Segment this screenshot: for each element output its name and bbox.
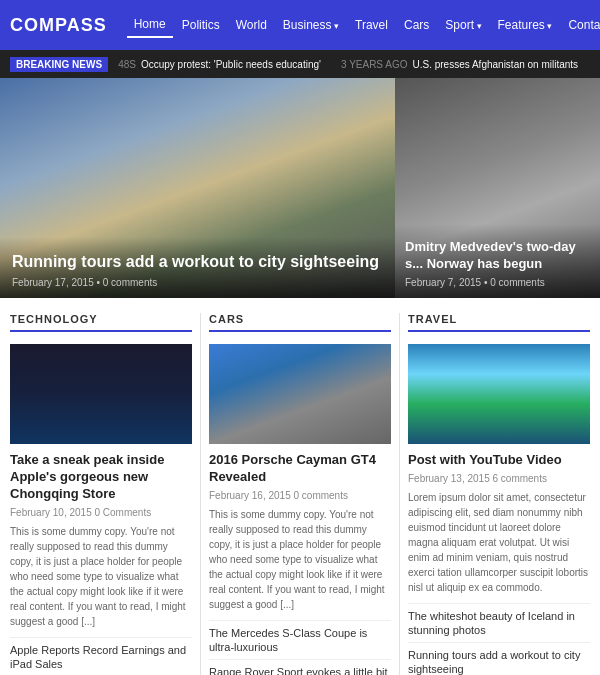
nav-item-home[interactable]: Home — [127, 12, 173, 38]
list-item[interactable]: The whiteshot beauty of Iceland in stunn… — [408, 603, 590, 642]
col-text-cars: This is some dummy copy. You're not real… — [209, 507, 391, 612]
col-links-cars: The Mercedes S-Class Coupe is ultra-luxu… — [209, 620, 391, 675]
nav-item-cars[interactable]: Cars — [397, 13, 436, 37]
nav-item-politics[interactable]: Politics — [175, 13, 227, 37]
col-links-technology: Apple Reports Record Earnings and iPad S… — [10, 637, 192, 675]
column-technology: TECHNOLOGYTake a sneak peak inside Apple… — [10, 313, 201, 675]
col-meta-travel: February 13, 2015 6 comments — [408, 473, 590, 484]
col-links-travel: The whiteshot beauty of Iceland in stunn… — [408, 603, 590, 675]
hero-main-overlay: Running tours add a workout to city sigh… — [0, 237, 395, 298]
col-image-travel[interactable] — [408, 344, 590, 444]
nav-item-world[interactable]: World — [229, 13, 274, 37]
breaking-news-bar: BREAKING NEWS 48SOccupy protest: 'Public… — [0, 50, 600, 78]
nav-item-features[interactable]: Features — [491, 13, 560, 37]
breaking-news-items: 48SOccupy protest: 'Public needs educati… — [118, 59, 590, 70]
hero-side-title: Dmitry Medvedev's two-day s... Norway ha… — [405, 239, 590, 273]
col-title-technology[interactable]: Take a sneak peak inside Apple's gorgeou… — [10, 452, 192, 503]
breaking-item: 3 YEARS AGOU.S. presses Afghanistan on m… — [341, 59, 578, 70]
hero-side[interactable]: Dmitry Medvedev's two-day s... Norway ha… — [395, 78, 600, 298]
hero-main-meta: February 17, 2015 • 0 comments — [12, 277, 383, 288]
hero-side-meta: February 7, 2015 • 0 comments — [405, 277, 590, 288]
col-header-cars: CARS — [209, 313, 391, 332]
nav-item-travel[interactable]: Travel — [348, 13, 395, 37]
columns-section: TECHNOLOGYTake a sneak peak inside Apple… — [0, 298, 600, 675]
hero-main-title: Running tours add a workout to city sigh… — [12, 252, 383, 273]
list-item[interactable]: Running tours add a workout to city sigh… — [408, 642, 590, 675]
col-header-travel: TRAVEL — [408, 313, 590, 332]
header: COMPASS HomePoliticsWorldBusinessTravelC… — [0, 0, 600, 50]
hero-side-overlay: Dmitry Medvedev's two-day s... Norway ha… — [395, 224, 600, 298]
column-travel: TRAVELPost with YouTube VideoFebruary 13… — [400, 313, 590, 675]
list-item[interactable]: Apple Reports Record Earnings and iPad S… — [10, 637, 192, 675]
nav-item-contact[interactable]: Contact — [561, 13, 600, 37]
breaking-news-label: BREAKING NEWS — [10, 57, 108, 72]
col-title-travel[interactable]: Post with YouTube Video — [408, 452, 590, 469]
column-cars: CARS2016 Porsche Cayman GT4 RevealedFebr… — [201, 313, 400, 675]
col-image-cars[interactable] — [209, 344, 391, 444]
col-image-technology[interactable] — [10, 344, 192, 444]
col-header-technology: TECHNOLOGY — [10, 313, 192, 332]
nav-item-sport[interactable]: Sport — [438, 13, 488, 37]
logo[interactable]: COMPASS — [10, 15, 107, 36]
list-item[interactable]: Range Rover Sport evokes a little bit mo… — [209, 659, 391, 675]
nav-item-business[interactable]: Business — [276, 13, 346, 37]
hero-main[interactable]: Running tours add a workout to city sigh… — [0, 78, 395, 298]
col-title-cars[interactable]: 2016 Porsche Cayman GT4 Revealed — [209, 452, 391, 486]
col-text-travel: Lorem ipsum dolor sit amet, consectetur … — [408, 490, 590, 595]
main-nav: HomePoliticsWorldBusinessTravelCarsSport… — [127, 12, 600, 38]
breaking-item: 48SOccupy protest: 'Public needs educati… — [118, 59, 321, 70]
col-text-technology: This is some dummy copy. You're not real… — [10, 524, 192, 629]
list-item[interactable]: The Mercedes S-Class Coupe is ultra-luxu… — [209, 620, 391, 659]
col-meta-cars: February 16, 2015 0 comments — [209, 490, 391, 501]
hero-section: Running tours add a workout to city sigh… — [0, 78, 600, 298]
col-meta-technology: February 10, 2015 0 Comments — [10, 507, 192, 518]
